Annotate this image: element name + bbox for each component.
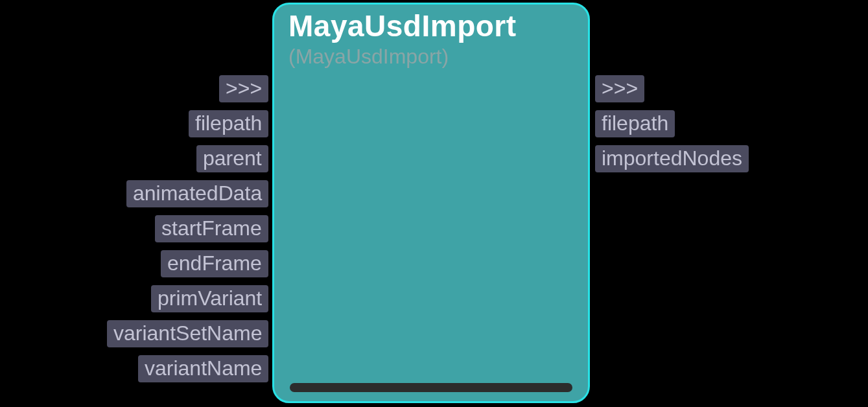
input-port[interactable]: >>> [219,75,268,102]
input-port[interactable]: endFrame [161,250,268,277]
input-port[interactable]: primVariant [151,285,268,312]
input-port[interactable]: variantName [138,355,268,382]
node-title: MayaUsdImport [288,8,517,43]
node-footer-bar [290,383,572,392]
node-canvas: MayaUsdImport (MayaUsdImport) >>>filepat… [0,0,868,407]
input-port[interactable]: filepath [189,110,268,137]
input-port[interactable]: parent [196,145,268,172]
input-port[interactable]: startFrame [155,215,268,242]
node-body[interactable]: MayaUsdImport (MayaUsdImport) [272,3,590,403]
node-subtitle: (MayaUsdImport) [288,45,449,69]
output-port[interactable]: >>> [595,75,644,102]
input-port[interactable]: variantSetName [107,320,268,347]
input-port[interactable]: animatedData [126,180,268,207]
output-port[interactable]: importedNodes [595,145,749,172]
output-port[interactable]: filepath [595,110,675,137]
